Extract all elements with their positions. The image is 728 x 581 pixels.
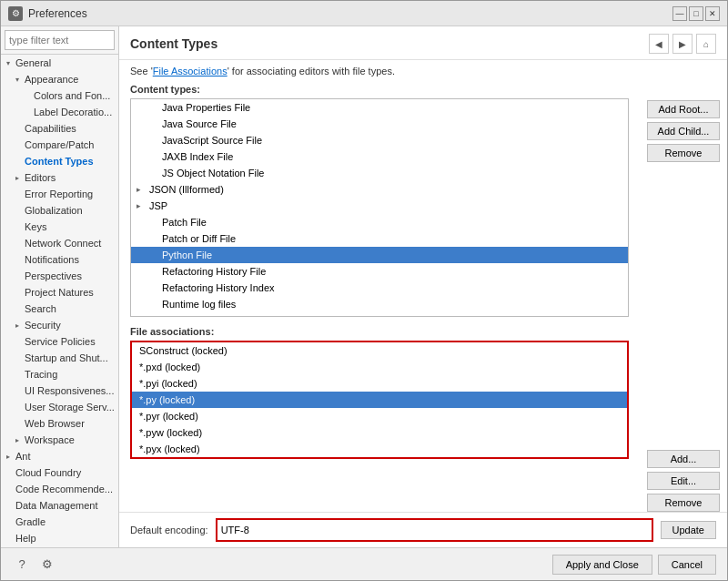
sidebar-item-globalization[interactable]: Globalization	[1, 202, 118, 219]
sidebar-item-appearance[interactable]: ▾Appearance	[1, 71, 118, 87]
sidebar-item-workspace[interactable]: ▸Workspace	[1, 432, 118, 448]
tree-arrow-editors: ▸	[15, 174, 25, 182]
sidebar-item-code-recommender[interactable]: Code Recommende...	[1, 481, 118, 497]
content-type-item[interactable]: JAXB Index File	[131, 148, 628, 165]
cancel-button[interactable]: Cancel	[658, 555, 716, 575]
file-assoc-label: *.pxd (locked)	[139, 362, 200, 372]
file-assoc-label: File associations:	[119, 324, 640, 341]
content-type-item[interactable]: ▸JSON (Illformed)	[131, 181, 628, 198]
nav-back-button[interactable]: ◀	[649, 34, 669, 54]
help-button[interactable]: ?	[12, 555, 32, 575]
sidebar-item-gradle[interactable]: Gradle	[1, 514, 118, 530]
close-button[interactable]: ✕	[705, 6, 720, 21]
preferences-window: ⚙ Preferences — □ ✕ ▾General▾AppearanceC…	[0, 0, 728, 581]
bottom-left-buttons: ? ⚙	[12, 555, 57, 575]
file-assoc-item[interactable]: *.pyr (locked)	[132, 408, 627, 424]
sidebar-label-web-browser: Web Browser	[25, 418, 116, 429]
sidebar-label-keys: Keys	[25, 221, 116, 232]
sidebar-item-label-decorations[interactable]: Label Decoratio...	[1, 104, 118, 120]
sidebar-item-compare-patch[interactable]: Compare/Patch	[1, 137, 118, 153]
file-assoc-item[interactable]: *.pyi (locked)	[132, 375, 627, 392]
content-type-item[interactable]: ▸WikiText	[131, 312, 628, 317]
content-type-item[interactable]: Refactoring History Index	[131, 280, 628, 296]
content-type-item[interactable]: Java Properties File	[131, 99, 628, 116]
nav-forward-button[interactable]: ▶	[672, 34, 693, 54]
sidebar-item-help[interactable]: Help	[1, 530, 118, 546]
maximize-button[interactable]: □	[689, 6, 703, 21]
content-type-item[interactable]: Runtime log files	[131, 296, 628, 312]
search-input[interactable]	[5, 30, 115, 50]
sidebar-item-project-natures[interactable]: Project Natures	[1, 284, 118, 301]
file-assoc-item[interactable]: *.pyx (locked)	[132, 441, 627, 457]
sidebar-item-ui-responsiveness[interactable]: UI Responsivenes...	[1, 382, 118, 399]
content-type-item[interactable]: Patch or Diff File	[131, 230, 628, 247]
file-assoc-item[interactable]: *.pyw (locked)	[132, 424, 627, 441]
apply-close-button[interactable]: Apply and Close	[552, 555, 652, 575]
file-assoc-label: *.pyx (locked)	[139, 443, 200, 454]
sidebar-item-search[interactable]: Search	[1, 301, 118, 317]
add-fa-button[interactable]: Add...	[647, 450, 720, 468]
file-assoc-label: *.py (locked)	[139, 394, 195, 405]
file-assoc-label: *.pyr (locked)	[139, 411, 198, 422]
add-child-button[interactable]: Add Child...	[647, 122, 720, 140]
list-item-label: Patch or Diff File	[162, 233, 236, 244]
sidebar-item-web-browser[interactable]: Web Browser	[1, 415, 118, 432]
file-assoc-label: *.pyi (locked)	[139, 378, 197, 389]
sidebar-label-project-natures: Project Natures	[25, 287, 116, 298]
sidebar-label-content-types: Content Types	[25, 156, 116, 167]
minimize-button[interactable]: —	[672, 6, 687, 21]
content-type-item[interactable]: JavaScript Source File	[131, 132, 628, 148]
sidebar-label-globalization: Globalization	[25, 205, 116, 216]
content-type-item[interactable]: ▸JSP	[131, 198, 628, 214]
sidebar-item-cloud-foundry[interactable]: Cloud Foundry	[1, 464, 118, 481]
sidebar-label-error-reporting: Error Reporting	[25, 189, 116, 199]
file-associations-link[interactable]: File Associations	[153, 66, 228, 76]
add-root-button[interactable]: Add Root...	[647, 100, 720, 118]
sidebar-item-tracing[interactable]: Tracing	[1, 366, 118, 382]
sidebar-label-gradle: Gradle	[15, 516, 116, 527]
window-icon: ⚙	[8, 6, 23, 21]
remove-ct-button[interactable]: Remove	[647, 144, 720, 162]
update-button[interactable]: Update	[661, 521, 716, 539]
remove-fa-button[interactable]: Remove	[647, 494, 720, 512]
sidebar-label-cloud-foundry: Cloud Foundry	[15, 467, 116, 478]
sidebar-item-service-policies[interactable]: Service Policies	[1, 333, 118, 350]
nav-home-button[interactable]: ⌂	[696, 34, 716, 54]
list-item-label: Java Properties File	[162, 102, 250, 113]
file-assoc-item[interactable]: *.py (locked)	[132, 392, 627, 408]
file-assoc-item[interactable]: SConstruct (locked)	[132, 342, 627, 359]
sidebar-item-perspectives[interactable]: Perspectives	[1, 268, 118, 284]
sidebar-label-label-decorations: Label Decoratio...	[34, 107, 116, 117]
file-assoc-item[interactable]: *.pxd (locked)	[132, 359, 627, 375]
settings-button[interactable]: ⚙	[37, 555, 57, 575]
sidebar-item-user-storage[interactable]: User Storage Serv...	[1, 399, 118, 415]
sidebar-item-editors[interactable]: ▸Editors	[1, 169, 118, 186]
sidebar-tree: ▾General▾AppearanceColors and Fon...Labe…	[1, 55, 118, 547]
content-type-item[interactable]: Refactoring History File	[131, 263, 628, 280]
sidebar-item-error-reporting[interactable]: Error Reporting	[1, 186, 118, 202]
file-assoc-list[interactable]: SConstruct (locked)*.pxd (locked)*.pyi (…	[130, 341, 629, 459]
sidebar-item-startup-shutdown[interactable]: Startup and Shut...	[1, 350, 118, 366]
sidebar-item-keys[interactable]: Keys	[1, 219, 118, 235]
sidebar-item-capabilities[interactable]: Capabilities	[1, 120, 118, 137]
sidebar-item-security[interactable]: ▸Security	[1, 317, 118, 333]
panel-nav: ◀ ▶ ⌂	[649, 34, 716, 54]
sidebar-item-network-connect[interactable]: Network Connect	[1, 235, 118, 251]
sidebar-item-colors-fonts[interactable]: Colors and Fon...	[1, 87, 118, 104]
sidebar-item-data-management[interactable]: Data Management	[1, 497, 118, 514]
sidebar-item-content-types[interactable]: Content Types	[1, 153, 118, 169]
content-types-list[interactable]: Java Properties FileJava Source FileJava…	[130, 98, 629, 317]
search-box	[1, 26, 118, 55]
title-bar-left: ⚙ Preferences	[8, 6, 87, 21]
content-type-item[interactable]: Patch File	[131, 214, 628, 230]
panel-header: Content Types ◀ ▶ ⌂	[119, 26, 727, 60]
encoding-input[interactable]	[217, 520, 652, 540]
sidebar-item-general[interactable]: ▾General	[1, 55, 118, 71]
sidebar-item-notifications[interactable]: Notifications	[1, 251, 118, 268]
content-type-item[interactable]: Python File	[131, 247, 628, 263]
sidebar-item-ant[interactable]: ▸Ant	[1, 448, 118, 464]
content-type-item[interactable]: JS Object Notation File	[131, 165, 628, 181]
edit-fa-button[interactable]: Edit...	[647, 472, 720, 490]
content-type-item[interactable]: Java Source File	[131, 116, 628, 132]
sidebar: ▾General▾AppearanceColors and Fon...Labe…	[1, 26, 119, 547]
